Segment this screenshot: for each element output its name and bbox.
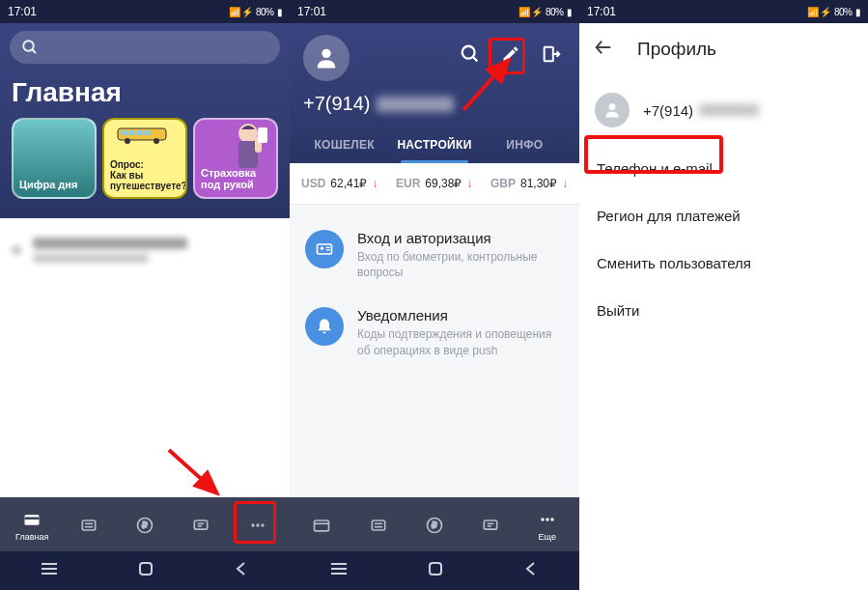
svg-rect-3 bbox=[122, 130, 127, 135]
svg-point-50 bbox=[550, 518, 553, 520]
svg-text:₽: ₽ bbox=[142, 520, 148, 530]
home-button[interactable] bbox=[137, 560, 154, 581]
home-button[interactable] bbox=[427, 560, 444, 581]
rate-usd[interactable]: USD62,41₽↓ bbox=[301, 177, 378, 190]
blurred-content bbox=[12, 238, 278, 263]
nav-more[interactable] bbox=[233, 516, 283, 535]
chat-icon bbox=[481, 516, 500, 535]
nav-home[interactable] bbox=[296, 516, 347, 535]
nav-4[interactable] bbox=[465, 516, 516, 535]
item-switch-user[interactable]: Сменить пользователя bbox=[579, 239, 868, 287]
svg-rect-13 bbox=[25, 515, 40, 525]
bottom-nav: Главная ₽ bbox=[0, 497, 290, 551]
search-input[interactable] bbox=[10, 31, 280, 64]
svg-point-55 bbox=[609, 103, 616, 110]
svg-rect-4 bbox=[129, 130, 135, 135]
rate-gbp[interactable]: GBP81,30₽↓ bbox=[490, 177, 568, 190]
item-logout[interactable]: Выйти bbox=[579, 287, 868, 334]
trend-down-icon: ↓ bbox=[562, 177, 568, 190]
recent-apps-button[interactable] bbox=[329, 562, 349, 579]
svg-point-49 bbox=[546, 518, 548, 520]
nav-4[interactable] bbox=[176, 516, 226, 535]
svg-rect-40 bbox=[372, 520, 384, 530]
recent-apps-button[interactable] bbox=[40, 562, 59, 579]
avatar bbox=[595, 93, 630, 127]
svg-rect-20 bbox=[195, 520, 208, 529]
highlight-edit-button bbox=[489, 38, 525, 74]
bottom-nav: ₽ Еще bbox=[290, 497, 579, 551]
status-time: 17:01 bbox=[587, 5, 616, 18]
list-icon bbox=[79, 516, 98, 535]
logout-button[interactable] bbox=[533, 36, 570, 72]
card-icon bbox=[22, 510, 42, 529]
svg-point-35 bbox=[321, 247, 323, 250]
profile-header: +7(914) КОШЕЛЕК НАСТРОЙКИ ИНФО bbox=[290, 23, 579, 163]
nav-more[interactable]: Еще bbox=[522, 510, 573, 542]
back-button[interactable] bbox=[522, 560, 540, 581]
svg-point-48 bbox=[541, 518, 544, 520]
status-bar: 17:01 📶 ⚡ 80% ▮ bbox=[579, 0, 868, 23]
page-title: Профиль bbox=[637, 39, 716, 60]
svg-point-23 bbox=[251, 523, 254, 526]
svg-rect-5 bbox=[137, 130, 143, 135]
back-button[interactable] bbox=[593, 37, 614, 62]
svg-text:₽: ₽ bbox=[432, 520, 437, 530]
promo-cards: Цифра дня Опрос:Как выпутешествуете? Стр… bbox=[10, 118, 280, 207]
search-icon bbox=[21, 39, 39, 56]
svg-rect-34 bbox=[318, 244, 332, 254]
screen-settings: 17:01 📶 ⚡ 80% ▮ +7(914) КОШЕЛЕК НАСТРОЙК… bbox=[290, 0, 579, 590]
status-time: 17:01 bbox=[297, 5, 326, 18]
status-icons: 📶 ⚡ 80% ▮ bbox=[807, 7, 860, 17]
nav-3[interactable]: ₽ bbox=[409, 516, 460, 535]
svg-rect-15 bbox=[82, 520, 95, 530]
svg-point-30 bbox=[322, 49, 330, 58]
rate-eur[interactable]: EUR69,38₽↓ bbox=[396, 177, 472, 190]
setting-auth[interactable]: Вход и авторизацияВход по биометрии, кон… bbox=[290, 216, 579, 294]
home-header: Главная Цифра дня Опрос:Как выпутешеству… bbox=[0, 23, 290, 218]
setting-notifications[interactable]: УведомленияКоды подтверждения и оповещен… bbox=[290, 294, 579, 371]
nav-3[interactable]: ₽ bbox=[120, 516, 170, 535]
android-nav-bar bbox=[0, 551, 290, 590]
card-survey[interactable]: Опрос:Как выпутешествуете? bbox=[102, 118, 187, 199]
svg-rect-6 bbox=[145, 130, 151, 135]
screen-home: 17:01 📶 ⚡ 80% ▮ Главная Цифра дня Опрос:… bbox=[0, 0, 290, 590]
android-nav-bar bbox=[290, 551, 579, 590]
profile-phone: +7(914) bbox=[643, 102, 759, 119]
tab-info[interactable]: ИНФО bbox=[480, 128, 570, 163]
svg-point-8 bbox=[154, 138, 159, 144]
status-time: 17:01 bbox=[8, 5, 37, 18]
svg-rect-38 bbox=[315, 520, 329, 531]
currency-rates: USD62,41₽↓ EUR69,38₽↓ GBP81,30₽↓ bbox=[290, 163, 579, 205]
bell-icon bbox=[305, 307, 344, 346]
profile-header-bar: Профиль bbox=[579, 23, 868, 75]
card-digit-of-day[interactable]: Цифра дня bbox=[12, 118, 97, 199]
svg-rect-29 bbox=[140, 563, 152, 575]
bus-illustration bbox=[110, 124, 180, 147]
more-icon bbox=[248, 516, 267, 535]
tab-settings[interactable]: НАСТРОЙКИ bbox=[389, 128, 479, 163]
nav-home[interactable]: Главная bbox=[7, 510, 57, 542]
annotation-arrow bbox=[164, 445, 232, 503]
status-icons: 📶 ⚡ 80% ▮ bbox=[518, 7, 572, 17]
chat-icon bbox=[191, 516, 210, 535]
ruble-icon: ₽ bbox=[135, 516, 154, 535]
svg-line-1 bbox=[32, 49, 36, 53]
nav-2[interactable] bbox=[64, 516, 114, 535]
item-region[interactable]: Регион для платежей bbox=[579, 192, 868, 239]
svg-point-7 bbox=[125, 138, 130, 144]
svg-rect-45 bbox=[485, 520, 497, 529]
back-button[interactable] bbox=[233, 560, 250, 581]
avatar[interactable] bbox=[303, 35, 350, 81]
id-card-icon bbox=[305, 230, 344, 268]
nav-2[interactable] bbox=[353, 516, 404, 535]
home-body bbox=[0, 218, 290, 497]
person-icon bbox=[313, 44, 340, 71]
person-icon bbox=[602, 100, 622, 120]
card-insurance[interactable]: Страховкапод рукой bbox=[193, 118, 278, 199]
profile-phone: +7(914) bbox=[303, 93, 570, 115]
card-icon bbox=[312, 516, 331, 535]
svg-point-25 bbox=[261, 523, 264, 526]
tab-wallet[interactable]: КОШЕЛЕК bbox=[299, 128, 389, 163]
page-title: Главная bbox=[12, 77, 278, 108]
settings-list: Вход и авторизацияВход по биометрии, кон… bbox=[290, 205, 579, 497]
